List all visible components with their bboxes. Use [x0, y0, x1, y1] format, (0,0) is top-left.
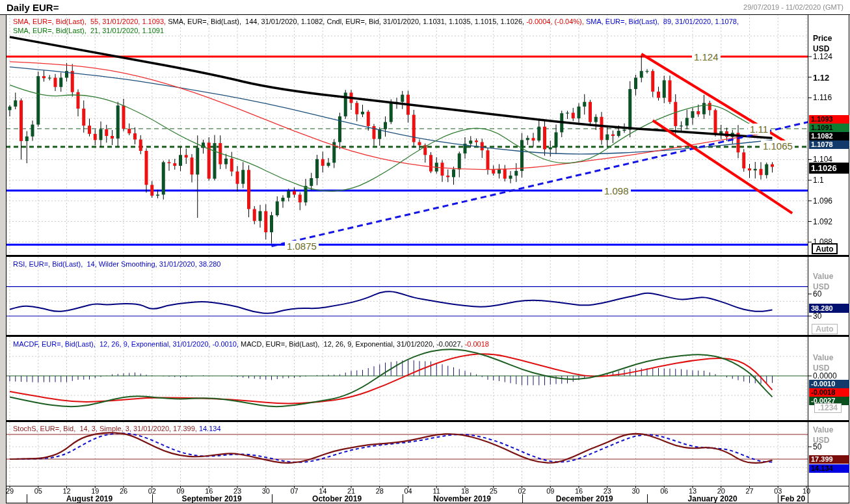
- chart-title: Daily EUR=: [7, 2, 59, 13]
- price-legend-line1-segment: -0.0004, (-0.04%),: [526, 18, 586, 25]
- month-separator: [778, 494, 778, 503]
- price-value-badge: 1.1091: [809, 124, 849, 132]
- macd-axis-tick: 0.0000: [813, 371, 837, 380]
- macd-format-button[interactable]: .1234: [814, 403, 842, 413]
- month-separator: [522, 494, 523, 503]
- month-label: November 2019: [433, 494, 491, 503]
- rsi-axis-header: Value: [813, 272, 833, 281]
- month-label: September 2019: [182, 494, 242, 503]
- day-tick-label: 06: [660, 487, 668, 495]
- price-legend-line1: SMA, EUR=, Bid(Last), 55, 31/01/2020, 1.…: [13, 18, 739, 25]
- rsi-axis-tick: 30: [813, 312, 821, 321]
- macd-value-badge: -0.0010: [809, 380, 849, 388]
- rsi-value-badge: 38.280: [809, 304, 849, 313]
- date-range-label: 29/07/2019 - 11/02/2020 (GMT): [743, 3, 843, 11]
- day-tick-label: 30: [631, 487, 639, 495]
- price-legend-line2: SMA, EUR=, Bid(Last), 21, 31/01/2020, 1.…: [13, 27, 164, 34]
- rsi-legend-segment: RSI, EUR=, Bid(Last), 14, Wilder Smoothi…: [13, 260, 220, 268]
- price-value-badge: 1.1093: [809, 115, 849, 124]
- price-value-badge: 1.1078: [809, 140, 849, 149]
- rsi-legend: RSI, EUR=, Bid(Last), 14, Wilder Smoothi…: [13, 260, 220, 268]
- month-separator: [27, 494, 27, 503]
- month-separator: [272, 494, 272, 503]
- rsi-auto-button[interactable]: Auto: [812, 324, 838, 334]
- stoch-axis-tick: 50: [813, 442, 821, 451]
- day-tick-label: 07: [290, 487, 298, 495]
- price-axis-tick: 1.124: [813, 52, 832, 61]
- price-axis-tick: 1.12: [813, 73, 829, 83]
- day-tick-label: 29: [6, 487, 14, 495]
- price-auto-button[interactable]: Auto: [812, 243, 838, 254]
- chart-window: Daily EUR= 29/07/2019 - 11/02/2020 (GMT)…: [0, 0, 850, 504]
- price-legend-line1-segment: SMA, EUR=, Bid(Last), 144, 31/01/2020, 1…: [168, 18, 526, 25]
- stoch-legend: StochS, EUR=, Bid, 14, 3, Simple, 3, 31/…: [13, 425, 221, 432]
- month-separator: [403, 494, 403, 503]
- price-level-label: 1.124: [692, 51, 721, 62]
- price-axis-tick: 1.096: [813, 196, 832, 206]
- day-tick-label: 26: [120, 487, 127, 495]
- day-tick-label: 28: [376, 487, 384, 495]
- month-label: October 2019: [312, 494, 362, 503]
- price-legend-line1-segment: SMA, EUR=, Bid(Last), 55, 31/01/2020, 1.…: [13, 18, 168, 25]
- macd-legend-segment: MACD, EUR=, Bid(Last), 12, 26, 9, Expone…: [241, 340, 465, 348]
- macd-value-badge: -0.0018: [809, 388, 849, 397]
- month-label: December 2019: [556, 494, 613, 503]
- price-axis-tick: 1.092: [813, 217, 832, 226]
- day-tick-label: 09: [546, 487, 554, 495]
- price-level-label: 1.098: [602, 185, 631, 196]
- day-tick-label: 05: [34, 487, 42, 495]
- stoch-value-badge: 14.134: [809, 464, 849, 473]
- stoch-legend-segment: 14.134: [199, 425, 221, 432]
- macd-legend: MACDF, EUR=, Bid(Last), 12, 26, 9, Expon…: [13, 340, 489, 348]
- price-legend-line2-segment: SMA, EUR=, Bid(Last), 21, 31/01/2020, 1.…: [13, 27, 164, 34]
- price-level-label: 1.0875: [285, 241, 319, 252]
- day-tick-label: 27: [745, 487, 753, 495]
- price-axis-tick: 1.116: [813, 93, 832, 102]
- price-level-label: 1.1065: [761, 140, 795, 152]
- month-separator: [152, 494, 153, 503]
- day-tick-label: 30: [262, 487, 270, 495]
- price-value-badge: 1.1082: [809, 132, 849, 140]
- day-tick-label: 04: [404, 487, 412, 495]
- macd-axis-header: Value: [813, 353, 833, 362]
- month-label: January 2020: [688, 494, 737, 503]
- month-separator: [647, 494, 648, 503]
- month-label: Feb 20: [780, 494, 805, 503]
- price-level-label: 1.11: [748, 124, 770, 135]
- rsi-axis-tick: 60: [813, 289, 821, 298]
- month-label: August 2019: [66, 494, 113, 503]
- macd-legend-segment: MACDF, EUR=, Bid(Last), 12, 26, 9, Expon…: [13, 340, 241, 348]
- stoch-value-badge: 17.399: [809, 455, 849, 464]
- price-legend-line1-segment: SMA, EUR=, Bid(Last), 89, 31/01/2020, 1.…: [586, 18, 739, 25]
- stoch-axis-header: Value: [813, 425, 833, 434]
- price-axis-header: Price: [813, 34, 832, 43]
- macd-legend-segment: -0.0018: [465, 340, 489, 348]
- stoch-legend-segment: StochS, EUR=, Bid, 14, 3, Simple, 3, 31/…: [13, 425, 199, 432]
- price-value-badge: 1.1026: [809, 163, 849, 174]
- price-axis-tick: 1.1: [813, 176, 824, 185]
